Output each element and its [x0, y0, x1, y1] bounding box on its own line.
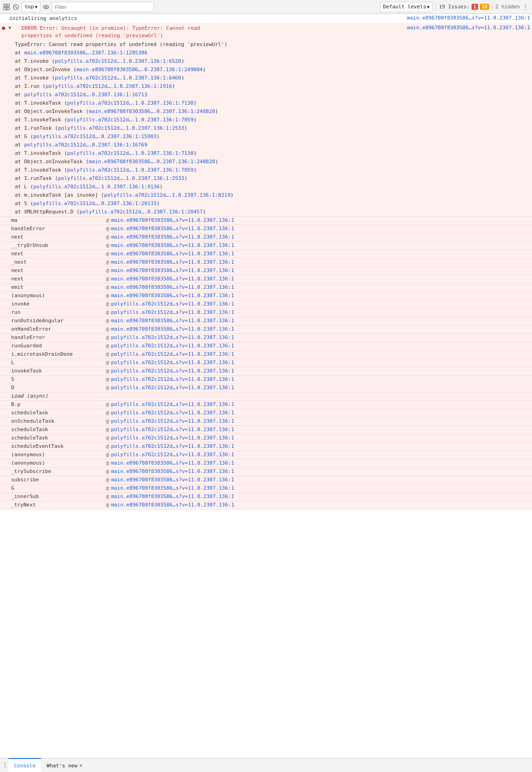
call-source-link-23[interactable]: polyfills.a702c1512d…s?v=11.0.2307.136:1 — [111, 410, 234, 416]
call-source-link-24[interactable]: polyfills.a702c1512d…s?v=11.0.2307.136:1 — [111, 418, 234, 424]
call-source-link-29[interactable]: main.e896708f8303586…s?v=11.0.2307.136:1 — [111, 460, 234, 466]
call-at-sign: @ — [106, 309, 109, 315]
call-source-link-8[interactable]: main.e896708f8303586…s?v=11.0.2307.136:1 — [111, 284, 234, 290]
bottom-tabs: ⋮ Console What's new × — [0, 758, 532, 772]
context-selector[interactable]: top ▼ — [21, 2, 40, 12]
stack-link-19[interactable]: polyfills.a702c1512d….0.2307.136:1:20457 — [80, 209, 203, 215]
call-source-link-28[interactable]: polyfills.a702c1512d…s?v=11.0.2307.136:1 — [111, 452, 234, 458]
call-source-link-14[interactable]: polyfills.a702c1512d…s?v=11.0.2307.136:1 — [111, 334, 234, 340]
stack-link-18[interactable]: polyfills.a702c1512d….0.2307.136:1:20133 — [33, 200, 157, 206]
stack-link-14[interactable]: polyfills.a702c1512d….1.0.2307.136:1:705… — [67, 167, 194, 173]
call-row: scheduleTask@polyfills.a702c1512d…s?v=11… — [0, 434, 532, 443]
filter-input[interactable] — [52, 2, 154, 12]
call-source-link-18[interactable]: polyfills.a702c1512d…s?v=11.0.2307.136:1 — [111, 368, 234, 374]
call-func-12: runOutsideAngular — [11, 318, 104, 324]
stack-prefix: at I.run ( — [15, 83, 46, 89]
stack-link-10[interactable]: polyfills.a702c1512d….0.2307.136:1:15903 — [33, 133, 157, 140]
stack-link-7[interactable]: main.e896708f8303586….0.2307.136:1:24882… — [89, 108, 215, 114]
call-source-link-22[interactable]: polyfills.a702c1512d…s?v=11.0.2307.136:1 — [111, 401, 234, 407]
stack-link-12[interactable]: polyfills.a702c1512d….1.0.2307.136:1:713… — [67, 150, 194, 156]
call-source-link-7[interactable]: main.e896708f8303586…s?v=11.0.2307.136:1 — [111, 276, 234, 282]
call-source-link-20[interactable]: polyfills.a702c1512d…s?v=11.0.2307.136:1 — [111, 385, 234, 391]
call-source-link-3[interactable]: main.e896708f8303586…s?v=11.0.2307.136:1 — [111, 242, 234, 248]
call-source-link-4[interactable]: main.e896708f8303586…s?v=11.0.2307.136:1 — [111, 251, 234, 257]
call-source-link-9[interactable]: main.e896708f8303586…s?v=11.0.2307.136:1 — [111, 293, 234, 299]
type-error-text: TypeError: Cannot read properties of und… — [15, 41, 227, 47]
levels-label: Default levels — [383, 4, 426, 10]
stack-line-6: at T.invokeTask (polyfills.a702c1512d….1… — [0, 99, 532, 107]
call-func-3: __tryOrUnsub — [11, 242, 104, 248]
tab-close-icon[interactable]: × — [80, 763, 83, 768]
panel-icon[interactable] — [3, 3, 10, 11]
levels-selector[interactable]: Default levels ▼ — [380, 2, 433, 12]
call-row: scheduleTask@polyfills.a702c1512d…s?v=11… — [0, 409, 532, 418]
call-source-link-17[interactable]: polyfills.a702c1512d…s?v=11.0.2307.136:1 — [111, 359, 234, 366]
call-source-link-33[interactable]: main.e896708f8303586…s?v=11.0.2307.136:1 — [111, 493, 234, 499]
stack-prefix: at T.invoke ( — [15, 58, 55, 64]
stack-line-10: at G (polyfills.a702c1512d….0.2307.136:1… — [0, 133, 532, 141]
stack-link-4[interactable]: polyfills.a702c1512d….1.0.2307.136:1:191… — [46, 83, 172, 89]
call-source-link-2[interactable]: main.e896708f8303586…s?v=11.0.2307.136:1 — [111, 234, 234, 240]
call-source-link-11[interactable]: polyfills.a702c1512d…s?v=11.0.2307.136:1 — [111, 309, 234, 315]
call-func-34: _tryNext — [11, 502, 104, 508]
call-source-link-15[interactable]: polyfills.a702c1512d…s?v=11.0.2307.136:1 — [111, 343, 234, 349]
stack-link-11[interactable]: polyfills.a702c1512d….0.2307.136:1:16769 — [24, 142, 147, 148]
stack-link-5[interactable]: polyfills.a702c1512d….0.2307.136:1:16713 — [24, 92, 147, 98]
call-source-link-1[interactable]: main.e896708f8303586…s?v=11.0.2307.136:1 — [111, 226, 234, 232]
three-dots-icon[interactable]: ⋮ — [2, 761, 8, 768]
stack-link-17[interactable]: polyfills.a702c1512d….1.0.2307.136:1:821… — [104, 192, 231, 198]
stack-link-16[interactable]: polyfills.a702c1512d….1.0.2307.136:1:913… — [33, 184, 160, 190]
stack-link-3[interactable]: polyfills.a702c1512d….1.0.2307.136:1:646… — [55, 75, 181, 81]
call-source-link-34[interactable]: main.e896708f8303586…s?v=11.0.2307.136:1 — [111, 502, 234, 508]
svg-rect-3 — [7, 7, 9, 10]
stack-line-17: at m.invokeTask [as invoke] (polyfills.a… — [0, 191, 532, 200]
clear-icon[interactable] — [12, 3, 20, 11]
call-source-link-12[interactable]: main.e896708f8303586…s?v=11.0.2307.136:1 — [111, 318, 234, 324]
call-row: (anonymous)@polyfills.a702c1512d…s?v=11.… — [0, 451, 532, 459]
call-func-27: scheduleEventTask — [11, 443, 104, 449]
call-source-link-0[interactable]: main.e896708f8303586…s?v=11.0.2307.136:1 — [111, 217, 234, 223]
call-source-link-19[interactable]: polyfills.a702c1512d…s?v=11.0.2307.136:1 — [111, 376, 234, 382]
call-source-link-25[interactable]: polyfills.a702c1512d…s?v=11.0.2307.136:1 — [111, 426, 234, 433]
call-source-link-6[interactable]: main.e896708f8303586…s?v=11.0.2307.136:1 — [111, 267, 234, 273]
stack-link-2[interactable]: main.e896708f8303586….0.2307.136:1:24900… — [76, 67, 203, 73]
tab-console[interactable]: Console — [8, 758, 41, 772]
warn-badge[interactable]: 18 — [480, 4, 489, 10]
stack-link-6[interactable]: polyfills.a702c1512d….1.0.2307.136:1:713… — [67, 100, 194, 106]
call-source-link-26[interactable]: polyfills.a702c1512d…s?v=11.0.2307.136:1 — [111, 435, 234, 441]
eye-icon[interactable] — [42, 3, 50, 11]
call-source-link-27[interactable]: polyfills.a702c1512d…s?v=11.0.2307.136:1 — [111, 443, 234, 449]
stack-link-1[interactable]: polyfills.a702c1512d….1.0.2307.136:1:652… — [55, 58, 181, 64]
call-source-link-13[interactable]: main.e896708f8303586…s?v=11.0.2307.136:1 — [111, 326, 234, 332]
stack-link-9[interactable]: polyfills.a702c1512d….1.0.2307.136:1:253… — [58, 125, 185, 131]
call-source-link-30[interactable]: main.e896708f8303586…s?v=11.0.2307.136:1 — [111, 468, 234, 474]
call-source-link-16[interactable]: polyfills.a702c1512d…s?v=11.0.2307.136:1 — [111, 351, 234, 357]
error-badge[interactable]: 1 — [472, 4, 478, 10]
expand-arrow[interactable]: ▼ — [8, 25, 11, 30]
error-header-source[interactable]: main.e896708f8303586…s?v=11.0.2307.136:1 — [407, 25, 530, 31]
stack-link-15[interactable]: polyfills.a702c1512d….1.0.2307.136:1:253… — [58, 175, 185, 181]
stack-prefix: at — [15, 92, 24, 98]
stack-line-4: at I.run (polyfills.a702c1512d….1.0.2307… — [0, 82, 532, 91]
call-source-link-31[interactable]: main.e896708f8303586…s?v=11.0.2307.136:1 — [111, 477, 234, 483]
more-options-icon[interactable]: ⋮ — [522, 3, 529, 11]
stack-line-12: at T.invokeTask (polyfills.a702c1512d….1… — [0, 149, 532, 158]
svg-rect-1 — [7, 4, 9, 7]
call-row: _next@main.e896708f8303586…s?v=11.0.2307… — [0, 259, 532, 267]
stack-line-5: at polyfills.a702c1512d….0.2307.136:1:16… — [0, 91, 532, 99]
stack-link-13[interactable]: main.e896708f8303586….0.2307.136:1:24882… — [89, 159, 215, 165]
call-row: next@main.e896708f8303586…s?v=11.0.2307.… — [0, 250, 532, 259]
error-icon: ● — [2, 25, 5, 31]
call-at-sign: @ — [106, 318, 109, 324]
call-source-link-10[interactable]: polyfills.a702c1512d…s?v=11.0.2307.136:1 — [111, 301, 234, 307]
init-source[interactable]: main.e896708f8303586…s?v=11.0.2307.136:1 — [407, 15, 530, 21]
call-func-7: next — [11, 276, 104, 282]
tab-whats-new[interactable]: What's new × — [41, 758, 88, 772]
stack-link-0[interactable]: main.e896708f8303586….2307.136:1:1285386 — [24, 50, 147, 56]
call-at-sign: @ — [106, 226, 109, 232]
stack-link-8[interactable]: polyfills.a702c1512d….1.0.2307.136:1:705… — [67, 117, 194, 123]
call-at-sign: @ — [106, 284, 109, 290]
call-source-link-32[interactable]: main.e896708f8303586…s?v=11.0.2307.136:1 — [111, 485, 234, 491]
call-source-link-5[interactable]: main.e896708f8303586…s?v=11.0.2307.136:1 — [111, 259, 234, 265]
call-func-24: onScheduleTask — [11, 418, 104, 424]
